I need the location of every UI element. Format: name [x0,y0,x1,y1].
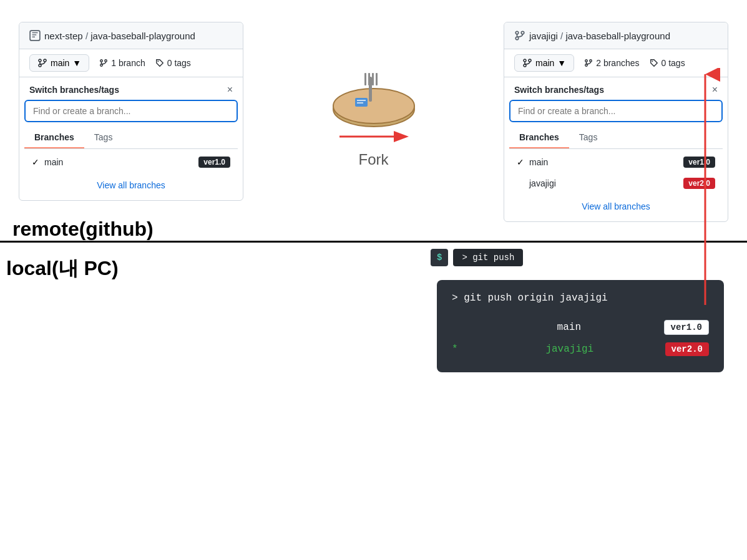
right-branch-list: ✓ main ver1.0 ✓ javajigi ver2.0 [509,149,723,196]
right-branch-count-text: 2 branches [596,58,639,68]
repo-icon-left [29,30,41,41]
left-repo-name: java-baseball-playground [90,31,195,41]
branch-count-icon-right [584,59,593,67]
fork-label: Fork [359,151,389,168]
svg-point-25 [515,31,519,34]
left-branch-btn[interactable]: main ▼ [29,54,89,72]
branch-icon-left [37,58,47,68]
right-repo-owner: javajigi [529,31,558,41]
svg-point-8 [100,60,103,62]
local-label: local(내 PC) [0,257,119,279]
svg-rect-18 [372,73,374,85]
asterisk-main [452,322,462,333]
left-switch-dropdown: Switch branches/tags × Branches Tags ✓ m… [19,77,243,200]
left-branch-count-text: 1 branch [111,58,145,68]
left-tab-tags[interactable]: Tags [84,127,123,148]
svg-point-4 [39,59,41,62]
right-branch-item-main[interactable]: ✓ main ver1.0 [509,152,723,173]
right-branch-bar: main ▼ 2 branches [504,49,728,77]
asterisk-javajigi: * [452,344,462,355]
terminal-javajigi-name: javajigi [545,344,593,355]
right-repo-name: java-baseball-playground [565,31,670,41]
terminal-box: > git push origin javajigi main ver1.0 *… [437,280,724,372]
branch-icon-right [522,58,532,68]
right-tab-tags[interactable]: Tags [569,127,608,148]
left-branch-item-main[interactable]: ✓ main ver1.0 [24,152,238,173]
left-tabs: Branches Tags [24,127,238,149]
svg-point-31 [529,59,531,62]
terminal-main-tag: ver1.0 [664,320,709,335]
left-branch-current: main [51,58,69,68]
chevron-down-icon-left: ▼ [72,58,81,68]
left-tag-count-text: 0 tags [167,58,191,68]
left-search-input[interactable] [24,100,238,122]
right-close-btn[interactable]: × [712,85,718,95]
svg-point-37 [652,61,653,62]
terminal-main-name: main [557,322,581,333]
left-panel-wrapper: next-step / java-baseball-playground [19,22,243,201]
local-section: local(내 PC) $ > git push > git push orig… [0,243,747,295]
git-push-command: > git push [453,249,523,266]
remote-section: next-step / java-baseball-playground [0,0,747,241]
center-wrapper: Fork [330,41,417,168]
svg-point-12 [157,61,159,62]
panels-container: next-step / java-baseball-playground [0,12,747,222]
left-branch-count: 1 branch [99,58,145,68]
right-check-main: ✓ [517,157,524,167]
tag-icon-left [155,59,164,67]
svg-point-10 [105,60,107,62]
svg-point-27 [521,31,524,34]
terminal-box-command: > git push origin javajigi [452,292,709,304]
branch-count-icon-left [99,59,108,67]
chevron-down-icon-right: ▼ [557,58,566,68]
svg-point-29 [524,59,526,62]
right-repo-path: javajigi / java-baseball-playground [529,31,670,41]
right-branch-btn[interactable]: main ▼ [514,54,574,72]
terminal-branch-main: main ver1.0 [452,316,709,339]
terminal-branch-javajigi: * javajigi ver2.0 [452,339,709,360]
left-tab-branches[interactable]: Branches [24,127,84,148]
right-switch-title: Switch branches/tags × [509,82,723,100]
left-close-btn[interactable]: × [227,85,233,95]
svg-rect-19 [376,73,378,85]
left-github-panel: next-step / java-baseball-playground [19,22,243,201]
left-repo-owner: next-step [44,31,83,41]
remote-label: remote(github) [6,218,154,240]
right-branch-count: 2 branches [584,58,639,68]
left-repo-path: next-step / java-baseball-playground [44,31,195,41]
right-switch-title-text: Switch branches/tags [514,85,604,95]
left-check-main: ✓ [32,157,39,167]
svg-rect-17 [368,73,370,85]
svg-rect-21 [357,100,366,101]
svg-point-33 [585,60,588,62]
right-tag-main: ver1.0 [683,157,715,168]
right-search-input[interactable] [509,100,723,122]
right-tag-count-text: 0 tags [662,58,685,68]
svg-point-35 [590,60,592,62]
fork-container: Fork [330,65,417,168]
left-switch-title: Switch branches/tags × [24,82,238,100]
fork-repo-icon-right [514,30,525,41]
right-panel-wrapper: javajigi / java-baseball-playground [504,22,728,222]
left-tag-main: ver1.0 [198,157,230,168]
fork-arrow [336,127,411,146]
right-tag-javajigi: ver2.0 [683,178,715,189]
right-tab-branches[interactable]: Branches [509,127,569,148]
terminal-prompt: $ [431,249,448,266]
right-panel-header: javajigi / java-baseball-playground [504,22,728,49]
left-tag-count: 0 tags [155,58,191,68]
right-branch-item-javajigi[interactable]: ✓ javajigi ver2.0 [509,173,723,194]
svg-point-6 [44,59,46,62]
left-branch-bar: main ▼ 1 branch [19,49,243,77]
left-view-all[interactable]: View all branches [24,175,238,195]
svg-rect-0 [30,31,40,41]
terminal-command-bar: $ > git push [431,249,523,266]
svg-rect-22 [357,102,363,104]
svg-rect-16 [364,73,366,85]
right-branch-name-javajigi: javajigi [529,178,683,188]
right-tabs: Branches Tags [509,127,723,149]
right-tag-count: 0 tags [650,58,685,68]
left-panel-header: next-step / java-baseball-playground [19,22,243,49]
left-branch-name-main: main [44,157,198,167]
right-branch-current: main [535,58,554,68]
